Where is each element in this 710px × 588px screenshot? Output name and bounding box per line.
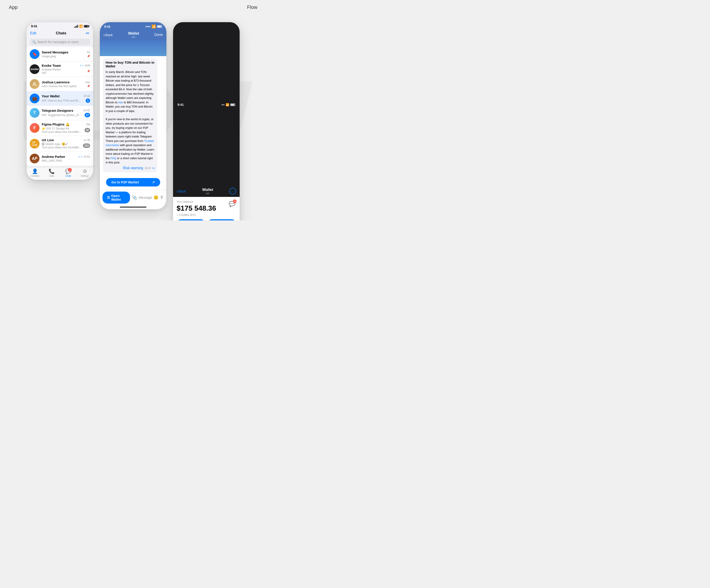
open-wallet-button[interactable]: ☰ Open Wallet (102, 192, 130, 203)
tab-label-chats: Chats (65, 175, 71, 177)
tab-label-contacts: Contacts (31, 175, 39, 177)
chat-preview-figma1: 🌟 IOS 17 Design Kit. (42, 127, 82, 130)
chat-item-andrew[interactable]: AP Andrew Parker ✓✓ 13:51 IMG_0401.PNG (27, 151, 93, 166)
mic-icon-2[interactable]: 🎙 (160, 195, 164, 200)
notification-area: 💬 99 (228, 200, 236, 208)
forward-icon: ↪ (152, 166, 155, 170)
chat-preview-figma2: Turn your ideas into incredible wor... (42, 130, 82, 133)
phone-chats: 9:41 📶 Edit Chats ✏ (27, 22, 93, 180)
back-chevron-3: ‹ (176, 189, 178, 194)
message-input-2[interactable]: Message (139, 196, 152, 199)
badge-figma: 32 (85, 128, 90, 132)
edit-button[interactable]: Edit (30, 31, 37, 35)
chat-item-uxlive[interactable]: UXLIVE UX Live 11:30 🖼 Sketch App. 😊🖋 Tu… (27, 136, 93, 151)
chat-preview-telegram: GIF, Suggested by @alex_21 (42, 113, 79, 117)
rise-link[interactable]: rise (118, 101, 123, 104)
avatar-wallet: 💼 (30, 94, 40, 103)
battery-icon-3 (230, 103, 235, 106)
deposit-button[interactable]: ＋ Deposit (176, 219, 205, 220)
status-bar-3: 9:41 ▪▪▪ 📶 (173, 22, 240, 186)
signal-icon-3: ▪▪▪ (221, 103, 224, 106)
chats-title: Chats (56, 31, 66, 35)
status-time-3: 9:41 (178, 103, 184, 106)
faq-link[interactable]: FAQ (111, 156, 116, 160)
chat-time-andrew: ✓✓ 13:51 (78, 155, 90, 158)
contacts-icon: 👤 (32, 169, 38, 174)
chat-item-joshua[interactable]: JL Joshua Lawrence Sun Let's choose the … (27, 77, 93, 91)
back-label-2: Back (105, 33, 113, 37)
chat-preview-andrew: IMG_0401.PNG (42, 159, 62, 162)
chat-list: 🔖 Saved Messages Fri image.jpeg 📌 evoke (27, 47, 93, 166)
balance-amount: $175 548.36 (176, 204, 236, 213)
chat-name-evoke: Evoke Team (42, 64, 61, 67)
phone-wallet-balance: 9:41 ▪▪▪ 📶 ‹ Back Wallet bot ··· (173, 22, 240, 220)
tab-bar-1: 👤 Contacts 📞 Calls 💬 Chats 2 ⚙ Settings (27, 167, 93, 180)
pinned-icon-evoke: 📌 (87, 70, 90, 73)
chat-name-figma: Figma Plugins 🔔 (42, 122, 70, 126)
sticker-icon-2[interactable]: 🙂 (153, 195, 159, 200)
chat-preview-saved: image.jpeg (42, 54, 56, 58)
chat-item-wallet[interactable]: 💼 Your Wallet 10:42 GIF, How to buy TON … (27, 91, 93, 106)
avatar-joshua: JL (30, 79, 40, 89)
done-button-2[interactable]: Done (155, 33, 163, 37)
wallet-article-bubble: How to buy TON and Bitcoin in Wallet In … (103, 58, 157, 172)
chat-item-telegram[interactable]: T Telegram Designers 10:42 GIF, Suggeste… (27, 106, 93, 120)
chat-header-image (100, 41, 166, 56)
back-label-3: Back (179, 189, 186, 193)
wallet-subtitle-3: bot (202, 192, 213, 195)
chat-bubble-area: How to buy TON and Bitcoin in Wallet In … (100, 56, 166, 177)
withdraw-button[interactable]: ↑ Withdraw (208, 219, 236, 220)
avatar-uxlive: UXLIVE (30, 139, 40, 149)
chat-item-saved[interactable]: 🔖 Saved Messages Fri image.jpeg 📌 (27, 47, 93, 62)
chat-preview-evoke: GIF (42, 71, 61, 74)
search-icon: 🔍 (32, 40, 36, 44)
compose-icon[interactable]: ✏ (86, 31, 90, 36)
chat-item-figma[interactable]: F Figma Plugins 🔔 Sat 🌟 IOS 17 Design Ki… (27, 120, 93, 136)
phone-wallet-chat: 9:41 ▪▪▪▪ 📶 ‹ Back Wallet bot Done (100, 22, 166, 209)
chat-preview-uxlive1: 🖼 Sketch App. 😊🖋 (42, 142, 82, 146)
article-title: How to buy TON and Bitcoin in Wallet (105, 60, 155, 68)
risk-warning-link[interactable]: Risk warning (123, 166, 143, 170)
chat-item-evoke[interactable]: evoke Evoke Team ✓✓ 9/29 Andrew Parker G… (27, 62, 93, 77)
chat-name-telegram: Telegram Designers (42, 108, 73, 113)
back-button-3[interactable]: ‹ Back (176, 189, 186, 194)
battery-icon-2 (157, 25, 162, 28)
chat-name-uxlive: UX Live (42, 138, 54, 142)
trusted-merchants-link[interactable]: Trusted merchants (105, 139, 154, 147)
search-bar[interactable]: 🔍 Search for messages or users (30, 39, 90, 45)
tab-settings[interactable]: ⚙ Settings (76, 169, 93, 177)
settings-icon: ⚙ (83, 169, 87, 174)
back-button-2[interactable]: ‹ Back (103, 32, 113, 38)
avatar-saved: 🔖 (30, 49, 40, 59)
tab-contacts[interactable]: 👤 Contacts (27, 169, 43, 177)
chat-time-saved: Fri (87, 51, 90, 54)
search-input[interactable]: Search for messages or users (37, 40, 79, 44)
chat-name-andrew: Andrew Parker (42, 155, 65, 158)
tab-chats[interactable]: 💬 Chats 2 (60, 169, 76, 177)
calls-icon: 📞 (49, 169, 54, 174)
chat-name-saved: Saved Messages (42, 50, 68, 54)
article-para-1: In early March, Bitcoin and TON reached … (105, 70, 155, 113)
chat-name-joshua: Joshua Lawrence (42, 80, 70, 84)
avatar-figma: F (30, 123, 40, 133)
attachment-icon[interactable]: 📎 (132, 195, 137, 200)
more-button-3[interactable]: ··· (230, 188, 236, 194)
go-to-market-button[interactable]: Go to P2P Market ↗ (106, 178, 160, 187)
nav-bar-3: ‹ Back Wallet bot ··· (173, 186, 240, 197)
balance-btc: ≈ 2.63981 BTC (176, 213, 236, 217)
chat-time-uxlive: 11:30 (84, 139, 90, 142)
chat-preview-wallet: GIF, How to buy TON and Bitcoin in Walle… (42, 99, 82, 102)
open-wallet-label: Open Wallet (111, 194, 125, 201)
avatar-telegram: T (30, 108, 40, 118)
chat-name-sub: Andrew Parker (42, 68, 61, 71)
status-bar-1: 9:41 📶 (27, 22, 93, 29)
wallet-subtitle-2: bot (128, 36, 139, 39)
avatar-andrew: AP (30, 154, 40, 164)
flow-label: Flow (247, 4, 257, 10)
chat-preview-joshua: Let's choose the first option (42, 84, 77, 88)
tab-calls[interactable]: 📞 Calls (43, 169, 60, 177)
chats-nav-bar: Edit Chats ✏ (27, 29, 93, 38)
wallet-body: Your balance 💬 99 $175 548.36 ≈ 2.63981 … (173, 197, 240, 220)
phones-container: 9:41 📶 Edit Chats ✏ (0, 18, 266, 220)
wallet-title-main-2: Wallet (128, 31, 139, 36)
